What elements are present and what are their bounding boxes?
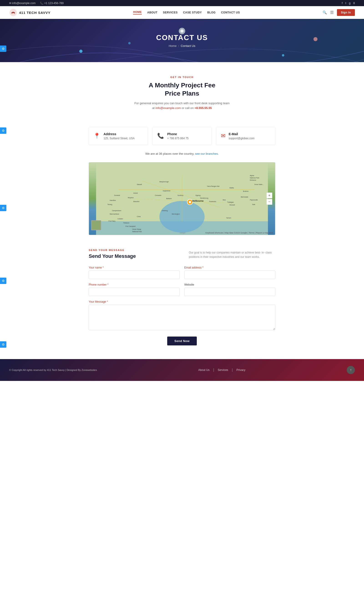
social-icon[interactable]: 8 [353, 1, 355, 5]
message-textarea[interactable] [89, 305, 275, 330]
scroll-to-top-button[interactable]: ↑ [347, 366, 355, 374]
email-input[interactable] [184, 271, 275, 279]
map-svg: Melbourne Stawell Maryborough Ararat Moy… [89, 162, 275, 235]
svg-point-1 [12, 12, 14, 13]
breadcrumb-current: Contact Us [181, 44, 195, 47]
message-label: Your Message * [89, 300, 275, 303]
footer-privacy[interactable]: Privacy [236, 368, 245, 371]
menu-icon[interactable]: ☰ [330, 10, 334, 15]
twitter-icon[interactable]: t [345, 1, 346, 5]
svg-point-4 [79, 50, 82, 53]
svg-text:Melbourne: Melbourne [192, 199, 204, 202]
top-bar-right: f t g 8 [342, 1, 355, 5]
zoom-out-button[interactable]: − [266, 199, 272, 205]
phone-detail: + 786 875 864 75 [167, 137, 189, 140]
branches-text: We are at 36 places over the country, se… [80, 152, 284, 155]
email-label: Email address * [184, 266, 275, 269]
address-title: Address [103, 132, 135, 136]
nav-home[interactable]: HOME [133, 11, 142, 15]
svg-text:Sunbury: Sunbury [177, 195, 183, 196]
address-card: 📍 Address 125, Suitland Street, USA [89, 127, 148, 145]
zoom-in-button[interactable]: + [266, 193, 272, 198]
svg-text:Sale: Sale [252, 204, 255, 205]
nav-contact[interactable]: CONTACT US [221, 11, 240, 14]
name-required: * [102, 266, 104, 269]
phone-input[interactable] [89, 288, 180, 296]
svg-text:Port Fairy: Port Fairy [109, 220, 115, 222]
send-message-section: SEND YOUR MESSAGE Send Your Message Our … [80, 249, 284, 359]
breadcrumb: Home : Contact Us [169, 44, 195, 47]
footer-services[interactable]: Services [218, 368, 228, 371]
svg-text:Dandenong: Dandenong [200, 197, 208, 199]
contact-email-link[interactable]: info@example.com [155, 106, 181, 110]
nav-right: 🔍 ☰ Sign In [323, 9, 355, 16]
svg-text:Colac: Colac [137, 216, 141, 217]
google-icon[interactable]: g [349, 1, 351, 5]
hero-title: CONTACT US [156, 34, 208, 42]
address-icon: 📍 [93, 133, 100, 139]
svg-text:Beaufort: Beaufort [133, 201, 139, 202]
message-required: * [107, 300, 108, 303]
message-group: Your Message * [89, 300, 275, 330]
logo-text: 411 TECH SAVVY [19, 11, 50, 15]
website-group: Website [184, 283, 275, 296]
svg-point-5 [282, 54, 284, 57]
branches-link[interactable]: see our branches. [195, 152, 219, 155]
form-row-1: Your name * Email address * [89, 266, 275, 279]
svg-text:Great Otway: Great Otway [132, 229, 141, 230]
nav-blog[interactable]: BLOG [207, 11, 216, 14]
website-input[interactable] [184, 288, 275, 296]
name-group: Your name * [89, 266, 180, 279]
phone-required: * [107, 283, 109, 286]
footer-about[interactable]: About Us [198, 368, 210, 371]
svg-text:Geelong: Geelong [162, 209, 168, 211]
svg-text:Paynesville: Paynesville [250, 199, 258, 201]
side-gear-4[interactable]: ⚙ [0, 278, 6, 284]
svg-text:Creswick: Creswick [155, 195, 161, 196]
message-left: SEND YOUR MESSAGE Send Your Message [89, 249, 175, 259]
msg-tag: SEND YOUR MESSAGE [89, 249, 175, 251]
svg-text:Moyston: Moyston [128, 197, 134, 199]
search-icon[interactable]: 🔍 [323, 11, 327, 15]
phone-label: Phone number * [89, 283, 180, 286]
phone-card: 📞 Phone + 786 875 864 75 [152, 127, 212, 145]
msg-title: Send Your Message [89, 253, 175, 259]
breadcrumb-home[interactable]: Home [169, 44, 177, 47]
svg-point-3 [180, 29, 184, 33]
svg-text:Bruthen: Bruthen [243, 190, 249, 192]
svg-text:Warrnambool: Warrnambool [110, 213, 119, 215]
svg-text:National Park: National Park [132, 231, 142, 232]
message-top: SEND YOUR MESSAGE Send Your Message Our … [89, 249, 275, 259]
get-in-touch-section: GET IN TOUCH A Monthly Project Fee Price… [80, 62, 284, 120]
svg-text:Snow Natio...: Snow Natio... [254, 184, 264, 185]
nav-case-study[interactable]: CASE STUDY [183, 11, 202, 14]
facebook-icon[interactable]: f [342, 1, 343, 5]
svg-point-9 [314, 37, 318, 41]
svg-text:Cobden: Cobden [118, 218, 123, 220]
svg-text:Port Campbell: Port Campbell [125, 225, 136, 227]
send-now-button[interactable]: Send Now [167, 336, 197, 345]
phone-group: Phone number * [89, 283, 180, 296]
section-desc-2: at info@example.com or call on +8.555.55… [89, 106, 275, 110]
section-tag: GET IN TOUCH [89, 76, 275, 79]
signin-button[interactable]: Sign In [337, 9, 355, 16]
phone-icon: 📞 [157, 133, 164, 139]
side-gear-3[interactable]: ⚙ [0, 205, 6, 211]
svg-text:Maryborough: Maryborough [159, 181, 169, 183]
nav-services[interactable]: SERVICES [163, 11, 177, 14]
svg-point-8 [128, 42, 131, 44]
map-box[interactable]: Melbourne Stawell Maryborough Ararat Moy… [89, 162, 275, 235]
address-detail: 125, Suitland Street, USA [103, 137, 135, 140]
nav-about[interactable]: ABOUT [147, 11, 158, 14]
svg-text:Alpine: Alpine [250, 174, 254, 176]
form-row-2: Phone number * Website [89, 283, 275, 296]
side-gear-1[interactable]: ⚙ [0, 46, 6, 52]
map-attribution: Keyboard shortcuts | Map data ©2024 Goog… [205, 232, 273, 234]
svg-text:Morwell: Morwell [229, 204, 235, 206]
map-thumbnail [91, 220, 101, 230]
svg-text:Timboon: Timboon [123, 222, 129, 224]
name-input[interactable] [89, 271, 180, 279]
side-gear-5[interactable]: ⚙ [0, 341, 6, 348]
side-gear-2[interactable]: ⚙ [0, 128, 6, 134]
nav-links: HOME ABOUT SERVICES CASE STUDY BLOG CONT… [133, 11, 240, 15]
